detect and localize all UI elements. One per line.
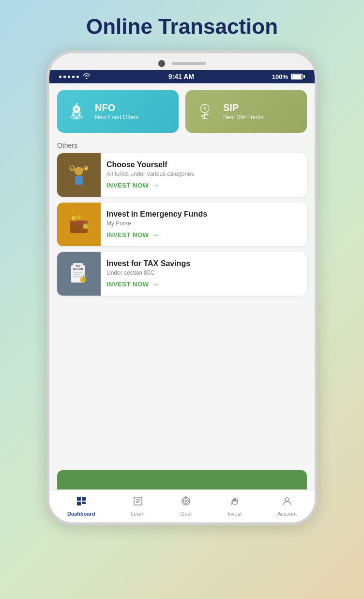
signal-dot-2 [63,76,66,78]
battery-body [291,74,303,79]
choose-title: Choose Yourself [106,160,194,169]
svg-rect-9 [75,176,83,185]
goal-label: Goal [181,511,192,517]
status-bar: 9:41 AM 100% [49,70,315,83]
emergency-invest-btn[interactable]: INVEST NOW → [106,231,207,239]
card-area: ₹ NFO New Fund Offers [49,83,315,140]
svg-point-21 [75,218,78,221]
signal-dot-5 [76,76,79,78]
tax-image: TAX RETURN ₹ [57,252,101,296]
bottom-nav: Dashboard Learn [49,489,315,522]
battery-tip [303,75,305,78]
svg-point-49 [285,498,289,502]
nfo-card-icon: ₹ [64,99,89,124]
svg-rect-37 [82,502,86,504]
tax-invest-btn[interactable]: INVEST NOW → [106,280,190,289]
svg-point-48 [235,501,236,502]
battery-percent: 100% [272,73,288,80]
sip-card[interactable]: ₹ SIP Best SIP Funds [185,90,307,133]
dashboard-label: Dashboard [67,511,95,517]
account-label: Account [277,511,297,517]
svg-text:💡: 💡 [84,167,88,171]
sip-title: SIP [223,102,263,113]
nfo-card-text: NFO New Fund Offers [95,102,138,121]
nav-item-learn[interactable]: Learn [125,494,150,519]
nfo-card[interactable]: ₹ NFO New Fund Offers [57,90,179,133]
invest-label: Invest [228,511,242,517]
nfo-title: NFO [95,102,138,113]
others-label: Others [49,140,315,153]
svg-text:⚙: ⚙ [71,167,74,171]
choose-invest-btn[interactable]: INVEST NOW → [106,181,194,190]
wifi-icon [83,73,91,80]
dashboard-icon [76,496,87,509]
learn-label: Learn [131,511,144,517]
nav-item-dashboard[interactable]: Dashboard [61,494,101,519]
sip-card-icon: ₹ [192,99,217,124]
phone-camera [158,60,165,67]
nav-item-invest[interactable]: Invest [222,494,247,519]
account-icon [282,496,292,509]
tax-content: Invest for TAX Savings Under section 80C… [101,252,196,296]
status-left [59,73,91,80]
choose-arrow-icon: → [152,181,160,190]
battery-fill [292,75,301,79]
status-time: 9:41 AM [168,73,194,80]
list-item-choose[interactable]: ⚙ 💡 Choose Yourself All funds under vari… [57,153,307,197]
svg-point-20 [77,215,81,219]
svg-rect-34 [77,497,81,501]
signal-dot-4 [72,76,75,78]
partial-card [57,470,307,489]
emergency-title: Invest in Emergency Funds [106,210,207,219]
svg-text:₹: ₹ [75,107,78,112]
phone-shell: 9:41 AM 100% [46,50,318,525]
choose-content: Choose Yourself All funds under various … [101,153,200,197]
svg-point-44 [185,500,187,502]
phone-screen: ₹ NFO New Fund Offers [49,83,315,522]
phone-camera-area [158,60,206,67]
emergency-subtitle: My Purse [106,220,207,227]
choose-subtitle: All funds under various categories [106,171,194,177]
choose-cta-label: INVEST NOW [106,182,149,189]
goal-icon [181,496,191,509]
page-title: Online Transaction [86,15,278,39]
svg-rect-35 [82,497,86,501]
phone-speaker [172,62,206,65]
svg-rect-36 [77,502,81,505]
list-area: ⚙ 💡 Choose Yourself All funds under vari… [49,153,315,470]
signal-dot-1 [59,76,61,78]
list-item-emergency[interactable]: $ Invest in Emergency Funds My Purse INV… [57,203,307,246]
emergency-cta-label: INVEST NOW [106,231,149,238]
emergency-arrow-icon: → [152,231,160,239]
nav-item-goal[interactable]: Goal [175,494,197,519]
battery-icon [291,74,305,79]
tax-title: Invest for TAX Savings [106,259,190,268]
learn-icon [133,496,143,509]
status-right: 100% [272,73,305,80]
svg-point-8 [75,167,83,175]
nfo-subtitle: New Fund Offers [95,114,138,121]
sip-card-text: SIP Best SIP Funds [223,102,263,121]
list-item-tax[interactable]: TAX RETURN ₹ Invest for TAX Savin [57,252,307,296]
svg-text:RETURN: RETURN [73,268,83,270]
invest-icon [229,496,240,509]
phone-top [49,53,315,70]
nav-item-account[interactable]: Account [272,494,303,519]
emergency-image: $ [57,203,101,246]
svg-text:₹: ₹ [203,106,206,111]
svg-line-33 [88,279,90,281]
choose-image: ⚙ 💡 [57,153,101,197]
tax-cta-label: INVEST NOW [106,281,149,288]
tax-arrow-icon: → [152,280,160,289]
emergency-content: Invest in Emergency Funds My Purse INVES… [101,203,213,246]
signal-dot-3 [68,76,70,78]
sip-subtitle: Best SIP Funds [223,114,263,121]
tax-subtitle: Under section 80C [106,269,190,276]
